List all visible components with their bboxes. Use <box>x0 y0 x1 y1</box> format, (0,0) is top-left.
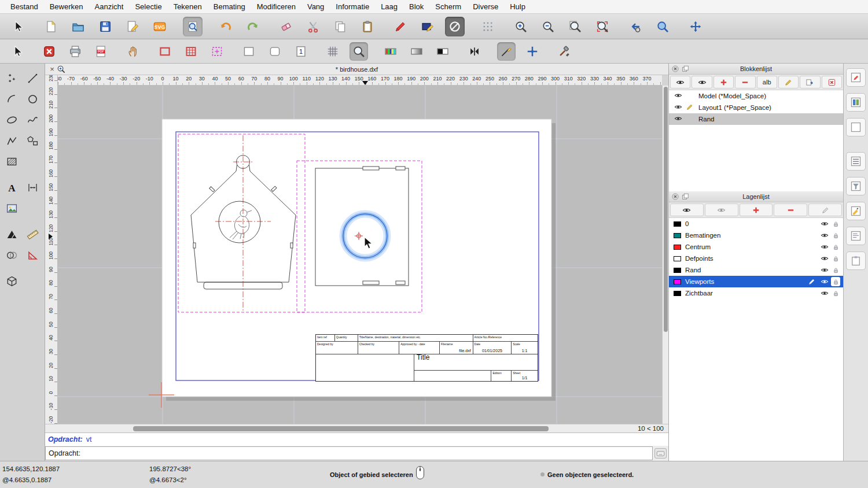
layer-lock-icon[interactable] <box>831 265 840 275</box>
menu-item-selectie[interactable]: Selectie <box>129 0 167 14</box>
command-history-toggle[interactable] <box>846 227 866 245</box>
blocks-panel-close-button[interactable] <box>671 65 679 73</box>
blocks-panel-float-button[interactable] <box>681 65 689 73</box>
blank-widget-toggle[interactable] <box>846 118 866 136</box>
layer-visibility-eye-icon[interactable] <box>821 231 829 239</box>
remove-block-button[interactable] <box>735 76 755 88</box>
filter-widget-toggle[interactable] <box>846 177 866 195</box>
layers-panel-close-button[interactable] <box>671 193 679 201</box>
linetype-button[interactable] <box>433 42 452 61</box>
edit-block-button[interactable] <box>778 76 799 88</box>
layer-color-swatch[interactable] <box>674 268 681 273</box>
zoom-out-button[interactable] <box>538 17 558 36</box>
grid-dots-button[interactable] <box>478 17 498 36</box>
zoom-grid-button[interactable] <box>350 42 368 61</box>
layer-list-item[interactable]: Rand <box>669 264 843 276</box>
merge-button[interactable] <box>465 42 484 61</box>
layer-lock-icon[interactable] <box>831 231 840 240</box>
layers-show-all-button[interactable] <box>670 204 704 216</box>
zoom-previous-button[interactable] <box>626 17 645 36</box>
drawing-canvas[interactable]: Item ref Quantity Title/Name, destinatio… <box>58 86 662 424</box>
measure-tool-button[interactable] <box>24 225 42 243</box>
block-list-item[interactable]: Layout1 (*Paper_Space) <box>669 102 843 113</box>
zoom-window-button[interactable] <box>653 17 672 36</box>
command-options-button[interactable] <box>654 448 667 459</box>
block-list-toggle[interactable] <box>846 152 866 171</box>
layers-hide-all-button[interactable] <box>705 204 738 216</box>
cut-button[interactable] <box>303 17 323 36</box>
print-preview-button[interactable] <box>183 17 203 36</box>
menu-item-bestand[interactable]: Bestand <box>5 0 44 14</box>
paste-button[interactable] <box>358 17 377 36</box>
page-single-button[interactable]: 1 <box>292 42 310 61</box>
draw-pen-button[interactable] <box>391 17 410 36</box>
pencil-widget-toggle[interactable] <box>846 202 866 220</box>
layer-color-swatch[interactable] <box>674 291 681 296</box>
layer-list-item[interactable]: Centrum <box>669 241 843 253</box>
viewport-add-button[interactable] <box>208 42 226 61</box>
block-visibility-eye-icon[interactable] <box>674 91 683 101</box>
layer-visibility-eye-icon[interactable] <box>821 243 829 251</box>
zoom-in-button[interactable] <box>511 17 531 36</box>
tab-close-button[interactable]: × <box>47 65 57 73</box>
block-list-item[interactable]: Model (*Model_Space) <box>669 90 843 102</box>
menu-item-laag[interactable]: Laag <box>375 0 403 14</box>
menu-item-bewerken[interactable]: Bewerken <box>44 0 89 14</box>
layer-color-swatch[interactable] <box>674 279 681 284</box>
erase-button[interactable] <box>276 17 296 36</box>
paper-rect-button[interactable] <box>240 42 258 61</box>
menu-item-modificeren[interactable]: Modificeren <box>251 0 301 14</box>
viewport-grid-button[interactable] <box>182 42 200 61</box>
pan-hand-button[interactable] <box>124 42 142 61</box>
library-browser-toggle[interactable] <box>846 93 866 112</box>
point-tool-button[interactable] <box>3 69 21 87</box>
dimension-tool-button[interactable] <box>24 179 42 197</box>
edit-preferences-button[interactable] <box>123 17 142 36</box>
layer-visibility-eye-icon[interactable] <box>821 254 829 263</box>
open-file-button[interactable] <box>68 17 88 36</box>
pan-button[interactable] <box>686 17 705 36</box>
add-block-button[interactable] <box>713 76 734 88</box>
edit-selection-button[interactable] <box>418 17 437 36</box>
menu-item-blok[interactable]: Blok <box>403 0 429 14</box>
new-file-button[interactable] <box>41 17 61 36</box>
layer-lock-icon[interactable] <box>831 277 840 286</box>
blocks-show-all-button[interactable] <box>670 76 690 88</box>
viewport-rect-button[interactable] <box>156 42 174 61</box>
layer-lock-icon[interactable] <box>831 219 840 228</box>
zoom-selection-button[interactable] <box>593 17 612 36</box>
rename-block-button[interactable]: alb <box>757 76 777 88</box>
layer-color-swatch[interactable] <box>674 233 681 238</box>
menu-item-scherm[interactable]: Scherm <box>429 0 467 14</box>
blocks-hide-all-button[interactable] <box>692 76 712 88</box>
pdf-export-button[interactable]: PDF <box>92 42 111 61</box>
horizontal-scrollbar-thumb[interactable] <box>133 426 549 431</box>
svg-export-button[interactable]: SVG <box>150 17 170 36</box>
print-button[interactable] <box>66 42 84 61</box>
ellipse-tool-button[interactable] <box>3 111 21 129</box>
layer-list-item[interactable]: Defpoints <box>669 253 843 264</box>
grid-toggle-button[interactable] <box>323 42 342 61</box>
block-visibility-eye-icon[interactable] <box>674 114 683 124</box>
solid-fill-tool-button[interactable] <box>3 225 21 243</box>
property-editor-toggle[interactable] <box>846 68 866 87</box>
close-drawing-button[interactable] <box>40 42 58 61</box>
layer-lock-icon[interactable] <box>831 242 840 252</box>
command-input[interactable]: Opdracht: <box>45 446 653 460</box>
purge-block-button[interactable] <box>822 76 842 88</box>
menu-item-tekenen[interactable]: Tekenen <box>168 0 208 14</box>
edit-layer-button[interactable] <box>808 204 842 216</box>
menu-item-bemating[interactable]: Bemating <box>208 0 251 14</box>
layers-panel-float-button[interactable] <box>681 193 689 201</box>
save-file-button[interactable] <box>95 17 115 36</box>
divide-tool-button[interactable] <box>3 246 21 264</box>
layer-visibility-eye-icon[interactable] <box>821 289 829 297</box>
menu-item-hulp[interactable]: Hulp <box>504 0 531 14</box>
line-tool-button[interactable] <box>24 69 42 87</box>
layer-visibility-eye-icon[interactable] <box>821 266 829 274</box>
selection-pointer2-button[interactable] <box>8 42 27 61</box>
spline-tool-button[interactable] <box>24 111 42 129</box>
redo-button[interactable] <box>243 17 263 36</box>
circle-tool-button[interactable] <box>24 90 42 108</box>
menu-item-vang[interactable]: Vang <box>301 0 330 14</box>
